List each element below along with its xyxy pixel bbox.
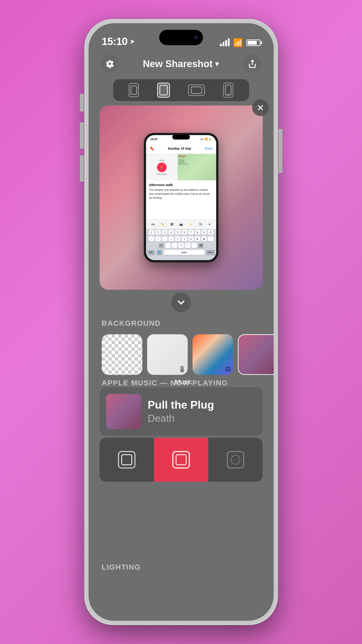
track-title: Pull the Plug [148, 399, 256, 411]
dim-circle-inner [231, 455, 240, 464]
nested-map: Stroud ThruppBagnathBrimscombe [178, 154, 216, 180]
nested-location: Stroud [178, 154, 216, 158]
swatch-image-icon: 🖼 [225, 366, 231, 373]
battery-icon [246, 40, 261, 46]
signal-bars [220, 39, 230, 46]
keyboard-home-indicator [146, 256, 216, 260]
svg-rect-0 [131, 86, 137, 94]
frame-option-landscape[interactable] [188, 84, 205, 96]
signal-bar-3 [225, 40, 227, 46]
collapse-button[interactable] [171, 292, 191, 312]
key-abc[interactable]: ABC [147, 250, 155, 255]
keyboard-row-symbols: - / : ; ( ) £ & @ " [146, 236, 216, 242]
wifi-icon: 📶 [233, 38, 243, 48]
key-lparen[interactable]: ( [175, 236, 180, 241]
share-icon [248, 60, 257, 68]
frame-option-phone[interactable] [223, 83, 233, 98]
app-header: New Shareshot ▾ [89, 52, 274, 76]
nested-workout-map: Walk 🚶 6,054 steps Stroud ThruppBagnathB… [146, 154, 216, 180]
swatch-music[interactable]: ♫ [238, 334, 274, 375]
capture-mode-dim[interactable] [208, 438, 263, 482]
outline-square-icon [118, 451, 135, 468]
lighting-section-label: LIGHTING [102, 563, 141, 572]
key-pound[interactable]: £ [188, 236, 194, 241]
signal-bar-4 [228, 38, 230, 46]
nested-map-labels: ThruppBagnathBrimscombe [178, 158, 216, 166]
key-amp[interactable]: & [195, 236, 200, 241]
settings-button[interactable] [101, 54, 119, 73]
key-5[interactable]: 5 [175, 230, 180, 235]
key-return[interactable]: return [206, 250, 215, 255]
key-9[interactable]: 9 [202, 230, 207, 235]
key-comma[interactable]: , [172, 243, 177, 248]
active-square-icon [172, 451, 190, 468]
nested-done-button[interactable]: Done [205, 146, 213, 150]
keyboard-row-more: #+= . , ? ! ' ⌫ [146, 242, 216, 249]
key-4[interactable]: 4 [169, 230, 174, 235]
volume-up-button[interactable] [80, 122, 84, 149]
battery-fill [248, 41, 257, 45]
frame-option-portrait-medium[interactable] [157, 83, 170, 98]
apple-music-section-label: APPLE MUSIC — NOW PLAYING [102, 378, 228, 387]
key-question[interactable]: ? [178, 243, 184, 248]
key-space[interactable]: space [164, 250, 204, 255]
key-exclaim[interactable]: ! [185, 243, 190, 248]
status-icons: 📶 [220, 38, 261, 48]
volume-down-button[interactable] [80, 155, 84, 182]
key-slash[interactable]: / [155, 236, 161, 241]
key-8[interactable]: 8 [195, 230, 200, 235]
swatch-white[interactable]: 📱 [147, 334, 188, 375]
nested-nav-bar: 🔖 Sunday 15 Sep Done [146, 143, 216, 154]
key-quote[interactable]: " [208, 236, 213, 241]
key-emoji[interactable]: 🌐 [157, 250, 162, 255]
close-preview-button[interactable] [252, 99, 269, 116]
capture-mode-outline[interactable] [99, 438, 154, 482]
mute-button[interactable] [80, 94, 84, 112]
key-period[interactable]: . [165, 243, 171, 248]
dropdown-chevron-icon: ▾ [215, 59, 219, 68]
key-hashtag[interactable]: #+= [159, 243, 164, 248]
header-title: New Shareshot [143, 58, 213, 69]
nested-time: 15:07 [150, 138, 158, 141]
key-colon[interactable]: : [162, 236, 167, 241]
header-title-area[interactable]: New Shareshot ▾ [143, 58, 219, 69]
key-delete[interactable]: ⌫ [198, 243, 203, 248]
key-7[interactable]: 7 [188, 230, 194, 235]
active-square-inner [176, 454, 187, 465]
key-2[interactable]: 2 [155, 230, 161, 235]
key-at[interactable]: @ [202, 236, 207, 241]
status-time: 15:10 [102, 35, 128, 48]
album-art [106, 394, 141, 429]
key-1[interactable]: 1 [149, 230, 154, 235]
swatch-transparent[interactable] [102, 334, 142, 375]
nested-battery-icon: 🔋 [209, 138, 212, 140]
frame-selector [113, 79, 249, 101]
capture-mode-active[interactable] [154, 438, 208, 482]
nested-toolbar-camera: 📷 [179, 223, 183, 226]
swatch-music-note-icon: ♫ [271, 365, 274, 372]
key-0[interactable]: 0 [208, 230, 213, 235]
swatch-gradient1[interactable]: 🖼 [193, 334, 233, 375]
outline-square-inner [121, 454, 132, 465]
key-semicolon[interactable]: ; [169, 236, 174, 241]
svg-rect-2 [191, 87, 202, 94]
nested-toolbar-brush: ✏️ [161, 223, 164, 226]
phone-device: 15:10 ➤ 📶 [85, 19, 278, 625]
nested-keyboard: 1 2 3 4 5 6 7 8 9 0 [146, 229, 216, 260]
key-rparen[interactable]: ) [182, 236, 187, 241]
key-3[interactable]: 3 [162, 230, 167, 235]
svg-rect-1 [160, 85, 167, 95]
power-button[interactable] [279, 129, 282, 173]
key-apostrophe[interactable]: ' [192, 243, 197, 248]
nested-note-section: Afternoon walk The weather was beautiful… [146, 180, 216, 219]
background-section-label: BACKGROUND [102, 319, 161, 328]
phone-screen: 15:10 ➤ 📶 [89, 23, 274, 621]
close-icon [257, 104, 264, 112]
key-dash[interactable]: - [149, 236, 154, 241]
frame-option-portrait-small[interactable] [129, 83, 139, 97]
key-6[interactable]: 6 [182, 230, 187, 235]
dim-circle-icon [227, 451, 244, 468]
nested-phone-mockup: 15:07 ▪▪▪▪ 📶 🔋 🔖 Sunday 15 Sep Done [144, 133, 218, 262]
share-button[interactable] [243, 54, 262, 73]
keyboard-row-bottom: ABC 🌐 space return [146, 249, 216, 256]
